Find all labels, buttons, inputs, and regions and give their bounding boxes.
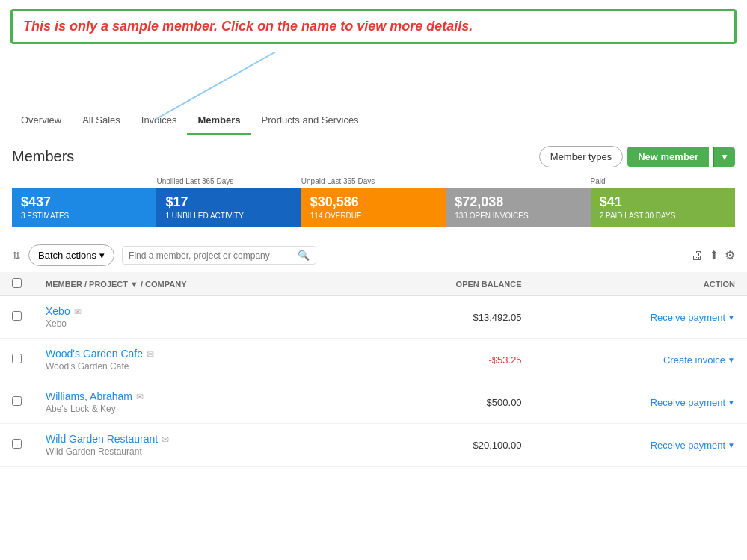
email-icon[interactable]: ✉ <box>162 434 169 445</box>
search-icon: 🔍 <box>298 250 310 261</box>
print-icon[interactable]: 🖨 <box>691 249 703 262</box>
balance-cell: -$53.25 <box>357 339 534 381</box>
action-button[interactable]: Receive payment ▼ <box>651 440 735 451</box>
stat-open-invoices[interactable]: $72,038 138 OPEN INVOICES <box>446 188 590 227</box>
member-types-button[interactable]: Member types <box>539 146 623 167</box>
email-icon[interactable]: ✉ <box>136 392 144 402</box>
balance-column-header: OPEN BALANCE <box>357 272 534 296</box>
row-checkbox-cell <box>0 296 34 339</box>
stat-label-4: Paid <box>591 175 735 186</box>
balance-amount: -$53.25 <box>489 354 522 366</box>
member-info-cell: Wild Garden Restaurant✉Wild Garden Resta… <box>34 424 357 467</box>
sample-banner: This is only a sample member. Click on t… <box>10 9 737 44</box>
batch-dropdown-icon: ▾ <box>99 250 105 261</box>
action-column-header: ACTION <box>534 272 747 296</box>
balance-cell: $13,492.05 <box>357 296 534 339</box>
member-name[interactable]: Wild Garden Restaurant <box>46 433 158 445</box>
new-member-dropdown-button[interactable]: ▼ <box>713 147 735 167</box>
balance-amount: $13,492.05 <box>473 312 522 323</box>
page-title: Members <box>12 148 74 165</box>
table-row: Xebo✉Xebo$13,492.05Receive payment ▼ <box>0 296 747 339</box>
nav-tabs: Overview All Sales Invoices Members Prod… <box>0 107 747 135</box>
balance-amount: $20,100.00 <box>473 440 522 451</box>
search-box[interactable]: 🔍 <box>122 246 316 265</box>
member-name[interactable]: Williams, Abraham <box>46 390 132 402</box>
action-button[interactable]: Receive payment ▼ <box>651 397 735 408</box>
new-member-button[interactable]: New member <box>627 147 709 167</box>
balance-amount: $500.00 <box>487 397 522 408</box>
members-table: MEMBER / PROJECT ▼ / COMPANY OPEN BALANC… <box>0 272 747 467</box>
table-row: Wood's Garden Cafe✉Wood's Garden Cafe-$5… <box>0 339 747 381</box>
member-company: Abe's Lock & Key <box>46 404 345 414</box>
action-cell: Receive payment ▼ <box>534 424 747 467</box>
svg-line-0 <box>156 52 276 119</box>
page-header: Members Member types New member ▼ <box>0 135 747 175</box>
member-company: Wild Garden Restaurant <box>46 446 345 457</box>
select-all-checkbox[interactable] <box>12 278 22 288</box>
action-cell: Create invoice ▼ <box>534 339 747 381</box>
stat-label-3: Unpaid Last 365 Days <box>301 175 591 186</box>
member-company: Xebo <box>46 319 345 329</box>
member-company: Wood's Garden Cafe <box>46 361 345 372</box>
search-input[interactable] <box>129 250 293 261</box>
stat-label-1 <box>12 175 156 186</box>
row-checkbox-cell <box>0 339 34 381</box>
sample-banner-text: This is only a sample member. Click on t… <box>23 19 473 34</box>
row-checkbox[interactable] <box>12 439 22 449</box>
member-info-cell: Wood's Garden Cafe✉Wood's Garden Cafe <box>34 339 357 381</box>
table-row: Wild Garden Restaurant✉Wild Garden Resta… <box>0 424 747 467</box>
tab-overview[interactable]: Overview <box>10 107 72 135</box>
stat-label-2: Unbilled Last 365 Days <box>156 175 301 186</box>
row-checkbox[interactable] <box>12 354 22 363</box>
batch-actions-button[interactable]: Batch actions ▾ <box>28 244 114 266</box>
action-cell: Receive payment ▼ <box>534 296 747 339</box>
toolbar-right-icons: 🖨 ⬆ ⚙ <box>691 248 735 262</box>
member-name[interactable]: Wood's Garden Cafe <box>46 348 143 360</box>
balance-cell: $500.00 <box>357 381 534 424</box>
action-dropdown-icon: ▼ <box>728 356 735 364</box>
member-column-header: MEMBER / PROJECT ▼ / COMPANY <box>34 272 357 296</box>
action-dropdown-icon: ▼ <box>728 313 735 321</box>
email-icon[interactable]: ✉ <box>147 349 154 360</box>
member-name[interactable]: Xebo <box>46 305 70 317</box>
export-icon[interactable]: ⬆ <box>709 248 719 262</box>
member-info-cell: Williams, Abraham✉Abe's Lock & Key <box>34 381 357 424</box>
email-icon[interactable]: ✉ <box>74 307 82 317</box>
row-checkbox[interactable] <box>12 311 22 321</box>
select-all-header[interactable] <box>0 272 34 296</box>
row-checkbox[interactable] <box>12 396 22 406</box>
stats-bar: $437 3 ESTIMATES $17 1 UNBILLED ACTIVITY… <box>12 188 735 227</box>
action-cell: Receive payment ▼ <box>534 381 747 424</box>
action-button[interactable]: Create invoice ▼ <box>663 354 735 366</box>
action-dropdown-icon: ▼ <box>728 441 735 449</box>
action-button[interactable]: Receive payment ▼ <box>651 312 735 323</box>
settings-icon[interactable]: ⚙ <box>725 248 735 262</box>
stat-estimates[interactable]: $437 3 ESTIMATES <box>12 188 156 227</box>
stat-unbilled[interactable]: $17 1 UNBILLED ACTIVITY <box>156 188 301 227</box>
arrow-line <box>126 52 321 126</box>
sort-icon[interactable]: ⇅ <box>12 250 21 262</box>
stat-overdue[interactable]: $30,586 114 OVERDUE <box>301 188 446 227</box>
tab-all-sales[interactable]: All Sales <box>72 107 131 135</box>
stat-paid[interactable]: $41 2 PAID LAST 30 DAYS <box>591 188 735 227</box>
action-dropdown-icon: ▼ <box>728 399 735 407</box>
balance-cell: $20,100.00 <box>357 424 534 467</box>
header-actions: Member types New member ▼ <box>539 146 735 167</box>
toolbar: ⇅ Batch actions ▾ 🔍 🖨 ⬆ ⚙ <box>0 239 747 272</box>
row-checkbox-cell <box>0 424 34 467</box>
table-row: Williams, Abraham✉Abe's Lock & Key$500.0… <box>0 381 747 424</box>
stat-labels: Unbilled Last 365 Days Unpaid Last 365 D… <box>12 175 735 186</box>
row-checkbox-cell <box>0 381 34 424</box>
member-info-cell: Xebo✉Xebo <box>34 296 357 339</box>
